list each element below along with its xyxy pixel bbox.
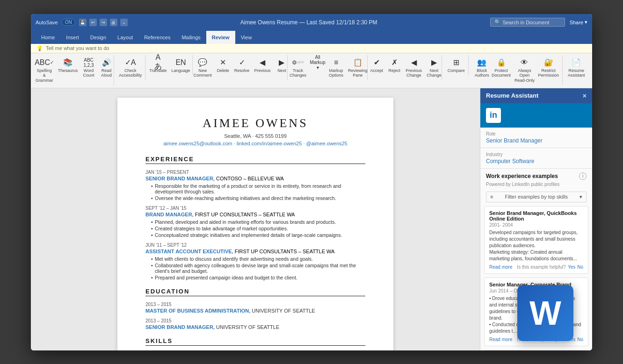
document-area[interactable]: AIMEE OWENS Seattle, WA · 425 555 0199 a… [31,88,480,350]
info-icon[interactable]: i [579,172,587,180]
read-aloud-icon: 🔊 [101,57,112,68]
previous-comment-button[interactable]: ◀ Previous [252,56,272,74]
read-aloud-label: ReadAloud [101,68,112,79]
reviewing-pane-button[interactable]: 📋 ReviewingPane [346,56,369,79]
proofing-buttons: ABC✓ Spelling &Grammar 📚 Thesaurus ABC1,… [33,56,115,84]
new-comment-icon: 💬 [197,57,208,68]
helpful-yes-1[interactable]: Yes [568,264,575,270]
reject-button[interactable]: ✗ Reject [386,56,403,74]
job-entry-3: JUN '11 – SEPT '12 ASSISTANT ACCOUNT EXE… [145,243,365,280]
filter-chevron-icon: ▾ [580,194,582,200]
tab-view[interactable]: View [235,31,258,44]
tab-review[interactable]: Review [206,31,235,44]
read-aloud-button[interactable]: 🔊 ReadAloud [98,56,115,79]
title-right: 🔍 Search in Document Share ▾ [490,18,587,27]
restrict-icon: 🔐 [543,57,554,68]
compare-icon: ⊞ [450,57,462,68]
job-date-1: JAN '15 – PRESENT [145,170,365,175]
ra-industry-section: Industry Computer Software [480,148,592,169]
prev-change-label: PreviousChange [406,68,422,79]
tab-insert[interactable]: Insert [60,31,85,44]
print-icon[interactable]: 🖨 [110,19,117,26]
more-icon[interactable]: ⌄ [120,19,128,26]
all-markup-button[interactable]: All Markup ▾ [309,56,326,69]
reviewing-label: ReviewingPane [348,68,368,79]
spelling-icon: ABC✓ [39,57,50,68]
autosave-label: AutoSave [36,20,58,25]
job-company-1: CONTOSO – BELLEVUE WA [216,176,284,181]
check-accessibility-button[interactable]: ✓A CheckAccessibility [117,56,144,79]
app-window: AutoSave ON 💾 ↩ ↪ 🖨 ⌄ Aimee Owens Resume… [31,14,592,350]
delete-label: Delete [217,68,229,73]
tab-references[interactable]: References [138,31,176,44]
helpful-no-2[interactable]: No [577,337,583,342]
job-desc-3b: Collaborated with agency colleagues to d… [151,263,365,274]
next-comment-label: Next [277,68,286,73]
resolve-button[interactable]: ✓ Resolve [232,56,252,74]
edu-title-2: SENIOR BRAND MANAGER, UNIVERSITY OF SEAT… [145,324,365,330]
accept-button[interactable]: ✔ Accept [368,56,385,74]
markup-options-button[interactable]: ≡ MarkupOptions [327,56,345,79]
search-box[interactable]: 🔍 Search in Document [490,18,565,27]
word-count-button[interactable]: ABC1,2,3 WordCount [80,56,97,79]
section-education: EDUCATION [145,288,365,296]
resolve-label: Resolve [234,68,250,73]
track-changes-button[interactable]: ⚙OFF TrackChanges [288,56,308,79]
industry-value[interactable]: Computer Software [486,158,587,164]
thesaurus-button[interactable]: 📚 Thesaurus [56,56,79,74]
tab-design[interactable]: Design [85,31,112,44]
always-open-readonly-button[interactable]: 👁 Always OpenRead-Only [512,56,537,84]
tab-home[interactable]: Home [36,31,60,44]
language-buttons: Aあ Translate EN Language [147,56,192,74]
autosave-toggle[interactable]: ON [62,19,75,26]
example-title-1: Senior Brand Manager, QuickBooks Online … [489,210,583,221]
new-comment-button[interactable]: 💬 NewComment [192,56,214,79]
next-change-button[interactable]: ▶ NextChange [425,56,443,79]
share-button[interactable]: Share ▾ [570,19,587,25]
tell-me-text: Tell me what you want to do [46,45,109,51]
resume-assistant-button[interactable]: 📄 ResumeAssistant [566,56,587,79]
reviewing-icon: 📋 [352,57,363,68]
role-value[interactable]: Senior Brand Manager [486,137,587,144]
restrict-permission-button[interactable]: 🔐 RestrictPermission [538,56,559,79]
industry-label: Industry [486,152,587,157]
read-more-2[interactable]: Read more [489,337,512,342]
lightbulb-icon: 💡 [36,45,43,51]
ribbon-group-tracking: ⚙OFF TrackChanges All Markup ▾ ≡ MarkupO… [290,55,368,80]
undo-icon[interactable]: ↩ [89,19,97,26]
job-title-1: SENIOR BRAND MANAGER, CONTOSO – BELLEVUE… [145,176,365,181]
new-comment-label: NewComment [194,68,212,79]
translate-button[interactable]: Aあ Translate [147,56,168,74]
edu-school-1: UNIVERSITY OF SEATTLE [252,308,315,314]
tab-mailings[interactable]: Mailings [176,31,206,44]
ribbon-group-language: Aあ Translate EN Language [147,55,193,75]
compare-button[interactable]: ⊞ Compare [446,56,467,74]
read-more-1[interactable]: Read more [489,264,512,270]
reject-label: Reject [388,68,400,73]
ra-title: Resume Assistant [486,92,538,99]
helpful-no-1[interactable]: No [577,264,583,270]
job-title-bold-3: ASSISTANT ACCOUNT EXECUTIVE, [145,249,233,254]
block-authors-button[interactable]: 👥 BlockAuthors [473,56,490,79]
filter-dropdown[interactable]: ≡ Filter examples by top skills ▾ [486,192,587,202]
save-icon[interactable]: 💾 [79,19,87,26]
edu-entry-1: 2013 – 2015 MASTER OF BUSINESS ADMINISTR… [145,302,365,314]
language-button[interactable]: EN Language [170,56,192,74]
delete-comment-button[interactable]: ✕ Delete [215,56,232,74]
tab-layout[interactable]: Layout [112,31,138,44]
block-authors-label: BlockAuthors [475,68,489,79]
tell-me-bar[interactable]: 💡 Tell me what you want to do [31,44,592,53]
previous-change-button[interactable]: ◀ PreviousChange [404,56,424,79]
ribbon-group-comments: 💬 NewComment ✕ Delete ✓ Resolve ◀ Previo… [195,55,288,80]
delete-icon: ✕ [217,57,229,68]
track-changes-icon: ⚙OFF [292,57,304,68]
protect-document-button[interactable]: 🔒 ProtectDocument [491,56,511,79]
comments-buttons: 💬 NewComment ✕ Delete ✓ Resolve ◀ Previo… [192,56,290,79]
redo-icon[interactable]: ↪ [100,19,107,26]
ra-close-button[interactable]: × [583,92,587,100]
job-title-2: BRAND MANAGER, FIRST UP CONSULTANTS – SE… [145,212,365,217]
thesaurus-icon: 📚 [62,57,73,68]
translate-label: Translate [149,68,167,73]
ra-work-examples-header: Work experience examples i [480,169,592,182]
spelling-grammar-button[interactable]: ABC✓ Spelling &Grammar [33,56,55,84]
